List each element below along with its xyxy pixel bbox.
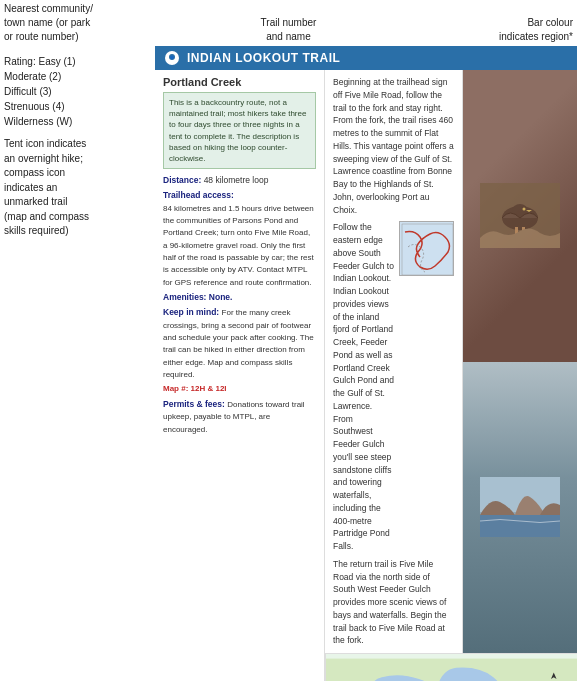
nearest-community-label: Nearest community/ town name (or park or… xyxy=(4,3,93,42)
trail-left-col: Portland Creek This is a backcountry rou… xyxy=(155,70,325,681)
desc-with-map-inset: Follow the eastern edge above South Feed… xyxy=(333,221,454,553)
top-right-annotation: Bar colour indicates region* xyxy=(422,16,577,44)
trail-info-box: This is a backcountry route, not a maint… xyxy=(163,92,316,169)
svg-point-6 xyxy=(523,208,526,211)
trail-number-label: Trail number and name xyxy=(261,17,317,42)
bird-photo xyxy=(463,70,577,362)
amenities-label: Amenities: None. xyxy=(163,292,232,302)
top-annotations: Nearest community/ town name (or park or… xyxy=(0,0,577,46)
map-ref: Map #: 12H & 12I xyxy=(163,383,316,395)
svg-rect-1 xyxy=(400,222,454,276)
trail-map: Portland Creek Gros Morne Provincial Par… xyxy=(325,653,577,681)
mid-left-annotation: Rating: Easy (1) Moderate (2) Difficult … xyxy=(0,46,155,681)
trail-card-title: INDIAN LOOKOUT TRAIL xyxy=(187,51,340,65)
trailhead-label: Trailhead access: xyxy=(163,190,234,200)
trail-right-col: Beginning at the trailhead sign off Five… xyxy=(325,70,577,681)
desc-block-2: Follow the eastern edge above South Feed… xyxy=(333,221,394,553)
trail-map-svg: Portland Creek Gros Morne Provincial Par… xyxy=(326,654,577,681)
photo-column xyxy=(462,70,577,653)
trail-card: INDIAN LOOKOUT TRAIL Portland Creek This… xyxy=(155,46,577,681)
top-left-annotation: Nearest community/ town name (or park or… xyxy=(0,2,155,44)
trail-place-name: Portland Creek xyxy=(163,76,316,88)
svg-rect-11 xyxy=(480,515,560,537)
keep-mind-label: Keep in mind: xyxy=(163,307,219,317)
rating-list: Rating: Easy (1) Moderate (2) Difficult … xyxy=(4,54,149,129)
coastal-photo xyxy=(463,362,577,654)
map-ref-label: Map #: 12H & 12I xyxy=(163,384,227,393)
keep-mind-value: For the many creek crossings, bring a se… xyxy=(163,308,314,379)
tent-compass-note: Tent icon indicates an overnight hike; c… xyxy=(4,137,149,239)
distance-value: 48 kilometre loop xyxy=(204,175,269,185)
distance-label: Distance: xyxy=(163,175,201,185)
top-center-annotation: Trail number and name xyxy=(155,16,422,44)
mid-section: Rating: Easy (1) Moderate (2) Difficult … xyxy=(0,46,577,681)
trail-header-icon xyxy=(165,51,179,65)
coastal-svg xyxy=(480,477,560,537)
bird-silhouette xyxy=(480,183,560,248)
trail-icon-svg xyxy=(167,53,177,63)
trail-card-body: Portland Creek This is a backcountry rou… xyxy=(155,70,577,681)
bar-colour-label: Bar colour indicates region* xyxy=(499,17,573,42)
desc-block-3: The return trail is Five Mile Road via t… xyxy=(333,558,454,647)
trail-card-header: INDIAN LOOKOUT TRAIL xyxy=(155,46,577,70)
map-inset-svg xyxy=(400,222,454,276)
trailhead-value: 84 kilometres and 1.5 hours drive betwee… xyxy=(163,204,314,287)
trail-description-area: Beginning at the trailhead sign off Five… xyxy=(325,70,462,653)
rating-label: Rating: Easy (1) Moderate (2) Difficult … xyxy=(4,54,149,129)
desc-block-1: Beginning at the trailhead sign off Five… xyxy=(333,76,454,216)
trail-detail-section: Distance: 48 kilometre loop Trailhead ac… xyxy=(163,174,316,435)
map-inset xyxy=(399,221,454,276)
permits-label: Permits & fees: xyxy=(163,399,225,409)
